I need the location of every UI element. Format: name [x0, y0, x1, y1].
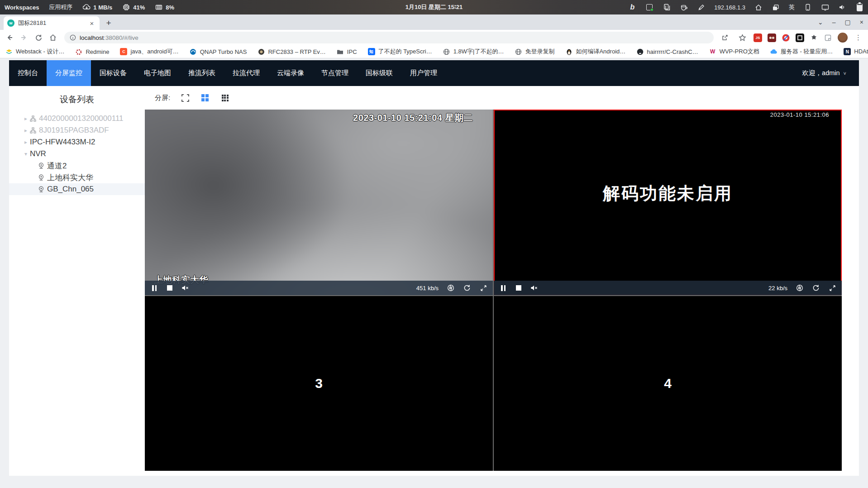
clipboard-icon[interactable] — [663, 3, 671, 11]
profile-avatar[interactable] — [838, 33, 848, 43]
ext-claw-icon[interactable] — [810, 33, 818, 42]
settings-icon[interactable] — [796, 284, 804, 292]
phone-link-icon[interactable] — [804, 3, 812, 11]
user-menu[interactable]: 欢迎，admin ˅ — [802, 69, 859, 77]
tree-item-gb-chn-065[interactable]: GB_Chn_065 — [9, 183, 145, 195]
tree-item-shangdi-dahua[interactable]: 上地科实大华 — [9, 172, 145, 183]
video-cell-3[interactable]: 3 — [145, 296, 493, 471]
caret-right-icon[interactable]: ▸ — [22, 127, 30, 134]
back-button[interactable] — [4, 32, 15, 43]
nav-item-console[interactable]: 控制台 — [9, 60, 47, 86]
tree-item-ipc[interactable]: ▸ IPC-HFW4433M-I2 — [9, 136, 145, 148]
ext-blocker-icon[interactable] — [782, 33, 790, 42]
reload-button[interactable] — [33, 32, 44, 43]
speaker-icon[interactable] — [838, 3, 846, 11]
ext-frame-icon[interactable] — [796, 33, 804, 42]
windows-stack-icon[interactable] — [772, 3, 780, 11]
site-info-icon[interactable] — [70, 34, 76, 41]
pen-tool-icon[interactable] — [697, 3, 705, 11]
share-icon[interactable] — [719, 32, 731, 43]
bookmark-rfc2833[interactable]: RFC2833 – RTP Ev… — [258, 48, 325, 55]
split-screen-toolbar: 分屏: — [145, 86, 859, 110]
refresh-icon[interactable] — [463, 284, 471, 292]
caret-right-icon[interactable]: ▸ — [22, 115, 30, 122]
stop-button[interactable] — [515, 284, 523, 292]
bookmark-webstack[interactable]: Webstack - 设计… — [5, 48, 64, 56]
display-icon[interactable] — [821, 3, 829, 11]
bookmark-hdatmos[interactable]: N HDAtmos :: 种子 *… — [844, 48, 868, 56]
pause-button[interactable] — [150, 284, 158, 292]
window-minimize-button[interactable]: – — [832, 19, 836, 26]
bookmark-qnap[interactable]: QNAP Turbo NAS — [190, 48, 247, 55]
nav-item-node-manage[interactable]: 节点管理 — [313, 60, 357, 86]
home-tray-icon[interactable] — [754, 3, 763, 11]
clock-date[interactable]: 1月10日 星期二 15∶21 — [405, 3, 463, 11]
bookmark-redmine[interactable]: Redmine — [75, 48, 109, 55]
fullscreen-icon[interactable] — [828, 284, 836, 292]
bookmark-copy-tool[interactable]: 免登录复制 — [515, 48, 554, 56]
battery-icon[interactable] — [855, 3, 863, 11]
browser-tab[interactable]: w 国标28181 × — [4, 16, 100, 30]
nav-item-push-list[interactable]: 推流列表 — [180, 60, 224, 86]
tree-item-device-1[interactable]: ▸ 44020000013200000111 — [9, 113, 145, 124]
caret-down-icon[interactable]: ▾ — [22, 151, 30, 157]
workspaces-button[interactable]: Workspaces — [5, 4, 39, 11]
bookmark-csdn[interactable]: C java、android可… — [120, 48, 178, 56]
settings-icon[interactable] — [447, 284, 455, 292]
refresh-icon[interactable] — [812, 284, 820, 292]
tree-item-channel2[interactable]: 通道2 — [9, 160, 145, 172]
bookmark-star-icon[interactable] — [736, 32, 748, 43]
cpu-indicator: 41% — [122, 3, 145, 11]
stop-button[interactable] — [166, 284, 174, 292]
mute-icon[interactable] — [530, 284, 538, 292]
address-bar[interactable]: localhost:38080/#/live — [64, 32, 714, 43]
tree-item-nvr[interactable]: ▾ NVR — [9, 148, 145, 160]
coffee-cup-icon[interactable] — [680, 3, 688, 11]
ip-address[interactable]: 192.168.1.3 — [714, 4, 745, 11]
bookmark-wvp-docs[interactable]: W WVP-PRO文档 — [709, 48, 759, 56]
ext-js-downloader-icon[interactable]: JS — [754, 33, 762, 42]
csdn-icon: C — [120, 48, 127, 55]
home-button[interactable] — [47, 32, 59, 43]
forward-button[interactable] — [18, 32, 30, 43]
mute-icon[interactable] — [181, 284, 189, 292]
nav-item-map[interactable]: 电子地图 — [135, 60, 180, 86]
window-restore-button[interactable]: ▢ — [845, 19, 851, 26]
tab-close-icon[interactable]: × — [88, 19, 96, 27]
nav-item-split-monitor[interactable]: 分屏监控 — [47, 60, 91, 86]
bookmark-github-crash[interactable]: hairrrrr/C-CrashC… — [636, 48, 698, 55]
bookmark-android-build[interactable]: 如何编译Android… — [565, 48, 625, 56]
caret-right-icon[interactable]: ▸ — [22, 139, 30, 145]
bookmark-ipc-folder[interactable]: IPC — [337, 48, 357, 55]
nav-item-user-manage[interactable]: 用户管理 — [401, 60, 446, 86]
bookmark-cloud-server[interactable]: 服务器 - 轻量应用… — [770, 48, 833, 56]
nav-item-pull-proxy[interactable]: 拉流代理 — [224, 60, 268, 86]
tree-item-device-2[interactable]: ▸ 8J01915PAGB3ADF — [9, 124, 145, 136]
app-window-tray-icon[interactable] — [645, 3, 653, 11]
bookmark-article[interactable]: 1.8W字|了不起的… — [443, 48, 504, 56]
bookmark-zhihu-typescript[interactable]: 知 了不起的 TypeScri… — [368, 48, 432, 56]
video-grid: 2023-01-10 15:21:04 星期二 上地科实大华 451 kb/s — [145, 110, 842, 471]
grid-2x2-icon[interactable] — [200, 93, 210, 103]
browser-menu-icon[interactable]: ⋮ — [853, 33, 863, 42]
tab-favicon-icon: w — [7, 19, 14, 27]
input-method-indicator[interactable]: 英 — [789, 3, 795, 11]
ext-notes-icon[interactable] — [824, 33, 832, 42]
window-close-button[interactable]: × — [860, 19, 863, 26]
video-cell-4[interactable]: 4 — [494, 296, 842, 471]
nav-item-cloud-record[interactable]: 云端录像 — [268, 60, 313, 86]
video-cell-2[interactable]: 解码功能未启用 2023-01-10 15:21:06 22 kb/s — [494, 110, 842, 295]
nav-item-gb-cascade[interactable]: 国标级联 — [357, 60, 401, 86]
new-tab-button[interactable]: + — [102, 17, 115, 29]
nav-item-gb-devices[interactable]: 国标设备 — [91, 60, 135, 86]
tab-search-chevron-icon[interactable]: ⌄ — [818, 19, 823, 26]
ext-mask-icon[interactable] — [768, 33, 776, 42]
bing-tray-icon[interactable]: b — [628, 3, 636, 11]
video-cell-1[interactable]: 2023-01-10 15:21:04 星期二 上地科实大华 451 kb/s — [145, 110, 493, 295]
fullscreen-icon[interactable] — [479, 284, 487, 292]
grid-3x3-icon[interactable] — [220, 93, 230, 103]
pause-button[interactable] — [499, 284, 507, 292]
single-screen-icon[interactable] — [180, 93, 190, 103]
applications-menu[interactable]: 应用程序 — [49, 3, 72, 11]
memory-icon — [155, 3, 163, 11]
